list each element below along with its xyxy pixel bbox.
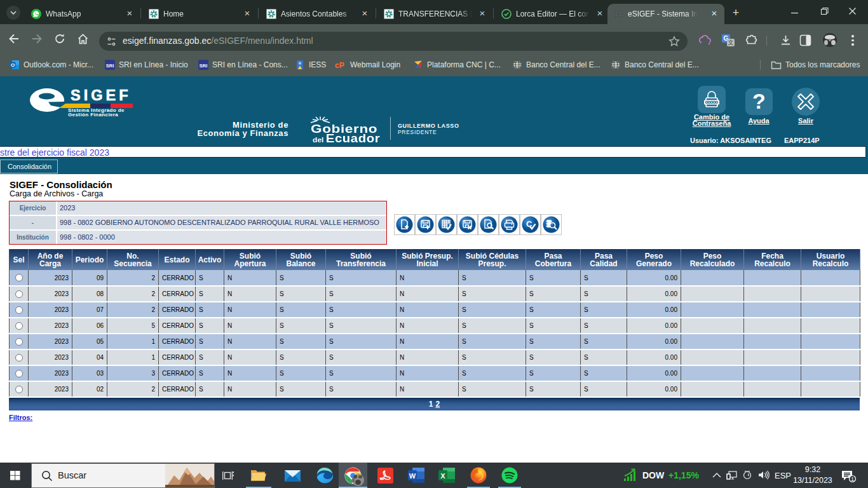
svg-text:cP: cP: [335, 61, 344, 69]
svg-text:SRI: SRI: [106, 63, 114, 69]
svg-text:X: X: [440, 472, 445, 480]
svg-text:W: W: [409, 472, 416, 480]
svg-text:O: O: [11, 62, 15, 68]
svg-text:1: 1: [851, 476, 854, 482]
svg-text:SRI: SRI: [200, 63, 208, 69]
